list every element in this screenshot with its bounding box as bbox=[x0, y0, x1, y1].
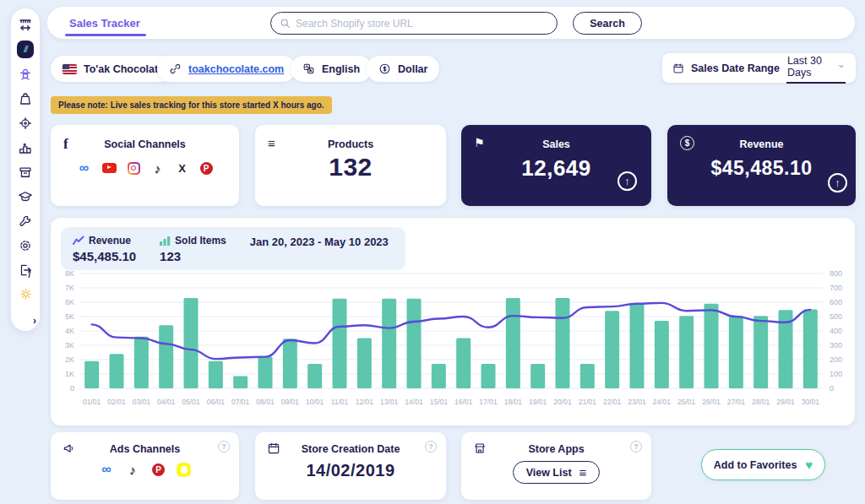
svg-text:10/01: 10/01 bbox=[306, 398, 324, 406]
sidebar-item-sales-tracker[interactable] bbox=[17, 66, 34, 82]
pinterest-icon[interactable]: P bbox=[200, 162, 213, 175]
storefront-expand-icon[interactable] bbox=[17, 17, 34, 33]
svg-text:25/01: 25/01 bbox=[677, 398, 696, 406]
svg-text:500: 500 bbox=[830, 312, 842, 321]
creation-help-icon[interactable]: ? bbox=[425, 441, 437, 453]
tiktok-icon[interactable]: ♪ bbox=[151, 161, 165, 175]
tab-sales-tracker[interactable]: Sales Tracker bbox=[69, 7, 140, 39]
search-input[interactable] bbox=[296, 18, 548, 30]
search-icon bbox=[280, 18, 291, 29]
svg-text:0: 0 bbox=[70, 384, 74, 393]
search-button[interactable]: Search bbox=[573, 12, 642, 35]
svg-text:100: 100 bbox=[830, 370, 842, 378]
snapchat-icon[interactable] bbox=[177, 463, 190, 476]
svg-text:07/01: 07/01 bbox=[231, 398, 250, 406]
svg-text:3K: 3K bbox=[65, 341, 74, 350]
tiktok-icon[interactable]: ♪ bbox=[126, 463, 139, 476]
wrench-icon[interactable] bbox=[17, 213, 34, 229]
target-icon[interactable] bbox=[17, 115, 34, 131]
svg-text:03/01: 03/01 bbox=[133, 398, 151, 406]
sales-card: Sales ⚑ 12,649 ↑ bbox=[461, 125, 651, 206]
store-creation-title: Store Creation Date bbox=[255, 432, 446, 455]
svg-text:20/01: 20/01 bbox=[553, 398, 572, 406]
ads-help-icon[interactable]: ? bbox=[218, 441, 230, 453]
legend-sold-items: Sold Items 123 bbox=[160, 235, 226, 263]
svg-text:21/01: 21/01 bbox=[579, 398, 597, 406]
sales-up-arrow-icon: ↑ bbox=[617, 171, 637, 191]
us-flag-icon bbox=[63, 64, 77, 74]
youtube-icon[interactable] bbox=[102, 163, 117, 173]
facebook-icon: f bbox=[63, 136, 68, 153]
social-channels-card: Social Channels f ∞♪XP bbox=[51, 125, 239, 206]
store-currency: Dollar bbox=[398, 63, 427, 75]
svg-text:28/01: 28/01 bbox=[752, 398, 770, 406]
svg-text:17/01: 17/01 bbox=[479, 398, 498, 406]
social-channels-row: ∞♪XP bbox=[51, 161, 239, 175]
svg-text:800: 800 bbox=[830, 269, 842, 278]
store-creation-card: Store Creation Date ? 14/02/2019 bbox=[255, 432, 446, 500]
sun-icon[interactable] bbox=[17, 286, 34, 302]
sales-chart: 001K1002K2003K3004K4005K5006K6007K7008K8… bbox=[57, 262, 848, 422]
svg-text:06/01: 06/01 bbox=[207, 398, 226, 406]
svg-text:19/01: 19/01 bbox=[529, 398, 547, 406]
dollar-circle-icon bbox=[378, 62, 391, 75]
svg-text:09/01: 09/01 bbox=[281, 398, 300, 406]
instagram-icon[interactable] bbox=[128, 162, 140, 175]
svg-text:1K: 1K bbox=[65, 370, 74, 378]
sales-chart-card: Revenue $45,485.10 Sold Items 123 Jan 20… bbox=[51, 218, 855, 425]
sold-items-bars-icon bbox=[160, 236, 171, 246]
search-field[interactable] bbox=[270, 12, 558, 35]
svg-text:16/01: 16/01 bbox=[454, 398, 473, 406]
chevron-right-icon[interactable]: › bbox=[33, 315, 36, 327]
heart-icon: ♥ bbox=[805, 458, 813, 471]
shopping-bag-icon[interactable] bbox=[17, 90, 34, 106]
view-list-label: View List bbox=[526, 467, 572, 479]
revenue-up-arrow-icon: ↑ bbox=[828, 173, 847, 192]
chevron-down-icon bbox=[838, 62, 845, 71]
add-to-favorites-label: Add to Favorites bbox=[714, 459, 797, 471]
archive-box-icon[interactable] bbox=[17, 164, 34, 180]
meta-icon[interactable]: ∞ bbox=[78, 161, 91, 175]
add-to-favorites-button[interactable]: Add to Favorites ♥ bbox=[701, 449, 825, 480]
store-language: English bbox=[322, 63, 360, 75]
svg-text:6K: 6K bbox=[65, 298, 74, 306]
legend-revenue-label: Revenue bbox=[89, 235, 131, 247]
ranking-icon[interactable] bbox=[17, 139, 34, 155]
svg-text:12/01: 12/01 bbox=[356, 398, 374, 406]
storefront-icon bbox=[473, 442, 487, 455]
svg-text:0: 0 bbox=[830, 384, 834, 393]
sales-date-range: Sales Date Range Last 30 Days bbox=[662, 53, 856, 83]
apps-help-icon[interactable]: ? bbox=[630, 441, 642, 453]
date-range-select[interactable]: Last 30 Days bbox=[786, 53, 846, 84]
svg-text:14/01: 14/01 bbox=[405, 398, 423, 406]
app-logo: // bbox=[17, 41, 34, 57]
products-title: Products bbox=[255, 125, 446, 150]
svg-text:04/01: 04/01 bbox=[157, 398, 176, 406]
view-list-button[interactable]: View List ≡ bbox=[513, 461, 601, 484]
meta-icon[interactable]: ∞ bbox=[100, 463, 113, 476]
graduation-cap-icon[interactable] bbox=[17, 188, 34, 204]
products-card: Products ≡ 132 bbox=[255, 125, 446, 206]
link-icon bbox=[169, 62, 182, 75]
x-icon[interactable]: X bbox=[176, 161, 189, 175]
revenue-amount: $45,485.10 bbox=[667, 157, 856, 180]
date-range-label: Sales Date Range bbox=[691, 62, 780, 74]
revenue-title: Revenue bbox=[667, 125, 856, 150]
revenue-card: Revenue $ $45,485.10 ↑ bbox=[667, 125, 856, 206]
svg-text:27/01: 27/01 bbox=[727, 398, 746, 406]
store-domain-link[interactable]: toakchocolate.com bbox=[188, 63, 284, 75]
store-apps-card: Store Apps ? View List ≡ bbox=[461, 432, 651, 500]
logout-icon[interactable] bbox=[17, 262, 34, 278]
svg-text:11/01: 11/01 bbox=[331, 398, 349, 406]
sales-flag-icon: ⚑ bbox=[474, 136, 485, 149]
gear-icon[interactable] bbox=[17, 237, 34, 253]
pinterest-icon[interactable]: P bbox=[152, 463, 165, 476]
svg-text:02/01: 02/01 bbox=[107, 398, 126, 406]
svg-text:29/01: 29/01 bbox=[776, 398, 795, 406]
svg-text:300: 300 bbox=[830, 341, 842, 350]
store-name: To'ak Chocolate bbox=[84, 63, 164, 75]
svg-text:23/01: 23/01 bbox=[628, 398, 646, 406]
ads-channels-row: ∞♪P bbox=[51, 463, 239, 476]
svg-text:7K: 7K bbox=[65, 284, 74, 292]
legend-sold-label: Sold Items bbox=[175, 235, 226, 247]
